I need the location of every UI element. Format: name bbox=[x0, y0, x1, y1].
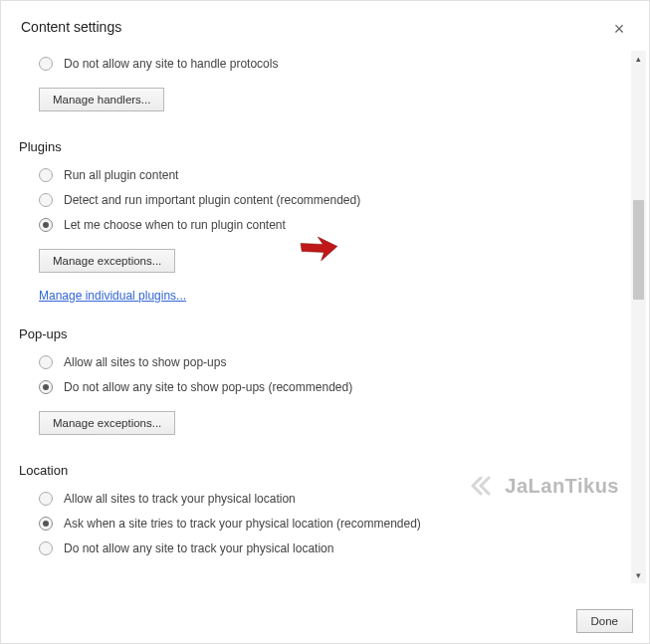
radio-icon bbox=[39, 218, 53, 232]
radio-icon bbox=[39, 168, 53, 182]
location-opt-ask[interactable]: Ask when a site tries to track your phys… bbox=[39, 517, 611, 531]
radio-icon bbox=[39, 517, 53, 531]
section-title-plugins: Plugins bbox=[19, 139, 611, 154]
location-section: Location Allow all sites to track your p… bbox=[21, 463, 611, 555]
manage-individual-plugins-link[interactable]: Manage individual plugins... bbox=[39, 289, 611, 303]
radio-icon bbox=[39, 492, 53, 506]
plugins-manage-exceptions-button[interactable]: Manage exceptions... bbox=[39, 249, 175, 273]
radio-label: Do not allow any site to show pop-ups (r… bbox=[64, 380, 352, 394]
done-button[interactable]: Done bbox=[576, 609, 634, 633]
popups-section: Pop-ups Allow all sites to show pop-ups … bbox=[21, 326, 611, 439]
radio-label: Allow all sites to track your physical l… bbox=[64, 492, 296, 506]
radio-icon bbox=[39, 355, 53, 369]
manage-handlers-button[interactable]: Manage handlers... bbox=[39, 88, 164, 111]
section-title-popups: Pop-ups bbox=[19, 326, 611, 341]
radio-icon bbox=[39, 57, 53, 71]
popups-opt-allow[interactable]: Allow all sites to show pop-ups bbox=[39, 355, 611, 369]
radio-label: Do not allow any site to handle protocol… bbox=[64, 57, 278, 71]
scroll-panel: Do not allow any site to handle protocol… bbox=[1, 43, 631, 589]
location-opt-disallow[interactable]: Do not allow any site to track your phys… bbox=[39, 541, 611, 555]
plugins-opt-run-all[interactable]: Run all plugin content bbox=[39, 168, 611, 182]
section-title-location: Location bbox=[19, 463, 611, 478]
dialog-title: Content settings bbox=[21, 19, 121, 35]
popups-opt-disallow[interactable]: Do not allow any site to show pop-ups (r… bbox=[39, 380, 611, 394]
close-button[interactable]: × bbox=[609, 19, 629, 39]
scrollbar-track[interactable]: ▴ ▾ bbox=[631, 51, 646, 583]
location-opt-allow[interactable]: Allow all sites to track your physical l… bbox=[39, 492, 611, 506]
radio-label: Run all plugin content bbox=[64, 168, 178, 182]
radio-icon bbox=[39, 541, 53, 555]
scroll-up-arrow-icon[interactable]: ▴ bbox=[631, 51, 646, 67]
radio-icon bbox=[39, 193, 53, 207]
dialog-footer: Done bbox=[1, 599, 649, 643]
radio-icon bbox=[39, 380, 53, 394]
protocols-opt-disallow[interactable]: Do not allow any site to handle protocol… bbox=[39, 57, 611, 71]
radio-label: Let me choose when to run plugin content bbox=[64, 218, 286, 232]
plugins-opt-let-me-choose[interactable]: Let me choose when to run plugin content bbox=[39, 218, 611, 232]
scroll-down-arrow-icon[interactable]: ▾ bbox=[631, 567, 646, 583]
plugins-section: Plugins Run all plugin content Detect an… bbox=[21, 139, 611, 303]
plugins-opt-detect[interactable]: Detect and run important plugin content … bbox=[39, 193, 611, 207]
radio-label: Detect and run important plugin content … bbox=[64, 193, 360, 207]
radio-label: Ask when a site tries to track your phys… bbox=[64, 517, 421, 531]
protocols-section: Do not allow any site to handle protocol… bbox=[21, 57, 611, 115]
content-settings-dialog: Content settings × Do not allow any site… bbox=[0, 0, 650, 644]
scrollbar-thumb[interactable] bbox=[633, 200, 644, 300]
popups-manage-exceptions-button[interactable]: Manage exceptions... bbox=[39, 411, 175, 435]
radio-label: Do not allow any site to track your phys… bbox=[64, 541, 333, 555]
radio-label: Allow all sites to show pop-ups bbox=[64, 355, 226, 369]
